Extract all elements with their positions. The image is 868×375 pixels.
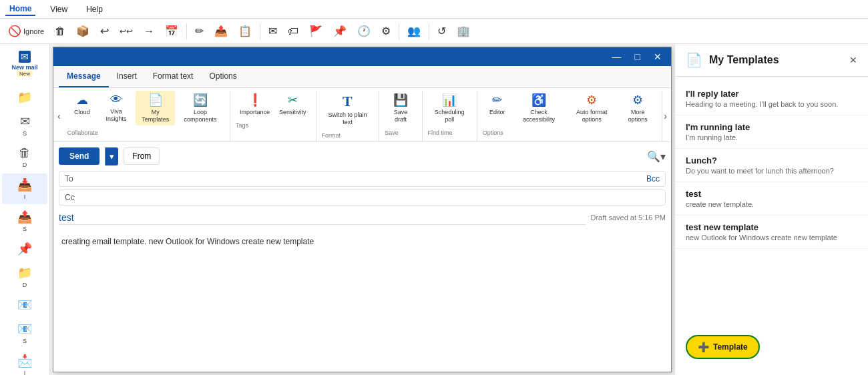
subject-input[interactable] [59,211,586,225]
tab-options[interactable]: Options [201,66,244,87]
compose-window: — □ ✕ Message Insert Format text Options… [53,47,672,372]
sensitivity-icon: ✂ [288,93,298,107]
ribbon-item-accessibility[interactable]: ♿ Check accessibility [513,91,564,125]
send-button[interactable]: Send [59,147,99,165]
ribbon-item-editor[interactable]: ✏ Editor [483,91,512,118]
to-input[interactable] [86,174,641,183]
bcc-link[interactable]: Bcc [646,174,660,183]
sidebar-item-newmail[interactable]: ✉ New mail New [2,47,47,81]
maximize-button[interactable]: □ [631,50,644,63]
sidebar-item-7[interactable]: 📁D [2,262,47,292]
ribbon-item-auto-format[interactable]: ⚙ Auto format options [566,91,618,125]
ribbon-item-more-options[interactable]: ⚙ More options [619,91,656,125]
importance-icon: ❗ [248,93,262,107]
archive-button[interactable]: 📦 [72,23,93,39]
ribbon-item-sensitivity[interactable]: ✂ Sensitivity [275,91,310,118]
template-preview: Do you want to meet for lunch this after… [686,167,857,175]
settings-button[interactable]: ⚙ [377,23,395,39]
pin-button[interactable]: 📌 [329,23,351,39]
undo-button[interactable]: ↺ [433,23,450,39]
sidebar: ✉ New mail New 📁 ✉S 🗑D 📥I 📤S 📌 📁D 📧 📧S 📩… [0,44,50,375]
add-template-button[interactable]: ➕ Template [686,335,760,359]
ignore-button[interactable]: 🚫Ignore [4,23,48,39]
delete-button[interactable]: 🗑 [51,23,69,39]
ribbon-group-findtime: 📊 Scheduling poll Find time [423,91,477,141]
edit-button[interactable]: ✏ [191,23,208,39]
template-name: test new template [686,222,857,232]
list-item[interactable]: I'm running late I'm running late. [675,115,868,149]
template-name: test [686,189,857,199]
ribbon-item-cloud[interactable]: ☁ Cloud [67,91,97,118]
mail-button[interactable]: ✉ [264,23,281,39]
sidebar-item-9[interactable]: 📧S [2,318,47,348]
sidebar-item-5[interactable]: 📤S [2,206,47,236]
flag-button[interactable]: 🚩 [305,23,327,39]
menu-tab-view[interactable]: View [46,3,71,15]
menu-tab-home[interactable]: Home [5,3,35,16]
ribbon-item-my-templates[interactable]: 📄 My Templates [136,91,175,125]
ribbon-item-switch-plain[interactable]: T Switch to plain text [322,91,374,128]
cloud-icon: ☁ [76,93,88,107]
share-button[interactable]: 📤 [210,23,232,39]
plain-text-icon: T [343,93,353,110]
tab-insert[interactable]: Insert [109,66,145,87]
sidebar-item-8[interactable]: 📧 [2,294,47,316]
list-item[interactable]: test new template new Outlook for Window… [675,216,868,249]
ribbon-item-viva-insights[interactable]: 👁 Viva Insights [98,91,135,125]
sidebar-item-2[interactable]: ✉S [2,110,47,141]
tab-message[interactable]: Message [59,66,109,87]
reminder-button[interactable]: 🕐 [353,23,375,39]
ribbon-item-save-draft[interactable]: 💾 Save draft [385,91,416,125]
cc-field-row: Cc [59,190,666,206]
reply-button[interactable]: ↩ [96,23,113,39]
cc-input[interactable] [86,193,660,202]
compose-actions: Send ▾ From 🔍▾ [59,147,666,168]
ribbon-item-importance[interactable]: ❗ Importance [236,91,274,118]
auto-format-icon: ⚙ [586,93,597,107]
tab-format-text[interactable]: Format text [145,66,202,87]
accessibility-icon: ♿ [531,93,546,107]
menu-tab-help[interactable]: Help [82,3,107,15]
list-item[interactable]: I'll reply later Heading to a meeting. I… [675,82,868,115]
ribbon-group-format: T Switch to plain text Format [316,91,380,141]
sidebar-item-6[interactable]: 📌 [2,238,47,260]
reply-all-button[interactable]: ↩↩ [116,25,137,38]
close-window-button[interactable]: ✕ [650,50,666,63]
forward-button[interactable]: → [140,23,158,39]
sidebar-item-1[interactable]: 📁 [2,86,47,109]
list-item[interactable]: Lunch? Do you want to meet for lunch thi… [675,149,868,182]
send-dropdown-button[interactable]: ▾ [105,147,118,165]
to-label: To [65,174,81,183]
sidebar-item-10[interactable]: 📩I [2,350,47,375]
cc-label: Cc [65,193,81,202]
ribbon-nav-back[interactable]: ‹ [56,91,62,141]
calendar-button[interactable]: 📅 [161,23,182,39]
toolbar: 🚫Ignore 🗑 📦 ↩ ↩↩ → 📅 ✏ 📤 📋 ✉ 🏷 🚩 📌 🕐 ⚙ 👥… [0,19,868,44]
template-name: Lunch? [686,155,857,165]
sidebar-item-3[interactable]: 🗑D [2,142,47,172]
ribbon-group-collaborate: ☁ Cloud 👁 Viva Insights 📄 My Templates [62,91,230,141]
from-button[interactable]: From [124,147,160,165]
tag-button[interactable]: 🏷 [284,23,302,39]
minimize-button[interactable]: — [608,50,626,63]
list-item[interactable]: test create new template. [675,182,868,216]
my-templates-icon: 📄 [148,93,163,107]
copy-button[interactable]: 📋 [234,23,256,39]
search-button[interactable]: 🔍▾ [647,150,666,163]
loop-icon: 🔄 [193,93,208,107]
templates-close-button[interactable]: ✕ [849,55,857,65]
templates-panel: 📄 My Templates ✕ I'll reply later Headin… [674,44,868,375]
people-button[interactable]: 👥 [403,23,425,39]
ribbon-item-loop[interactable]: 🔄 Loop components [176,91,224,125]
ribbon-nav-forward[interactable]: › [662,91,668,141]
sidebar-item-4[interactable]: 📥I [2,173,47,204]
template-preview: Heading to a meeting. I'll get back to y… [686,100,857,108]
apps-button[interactable]: 🏢 [453,23,474,39]
scheduling-poll-icon: 📊 [442,93,457,107]
compose-editor[interactable]: creating email template. new Outlook for… [59,230,666,366]
ribbon-item-scheduling-poll[interactable]: 📊 Scheduling poll [428,91,471,125]
ribbon-group-save: 💾 Save draft Save [379,91,422,141]
add-template-label: Template [713,342,748,352]
compose-body: Send ▾ From 🔍▾ To Bcc Cc [53,142,671,372]
template-preview: I'm running late. [686,133,857,141]
